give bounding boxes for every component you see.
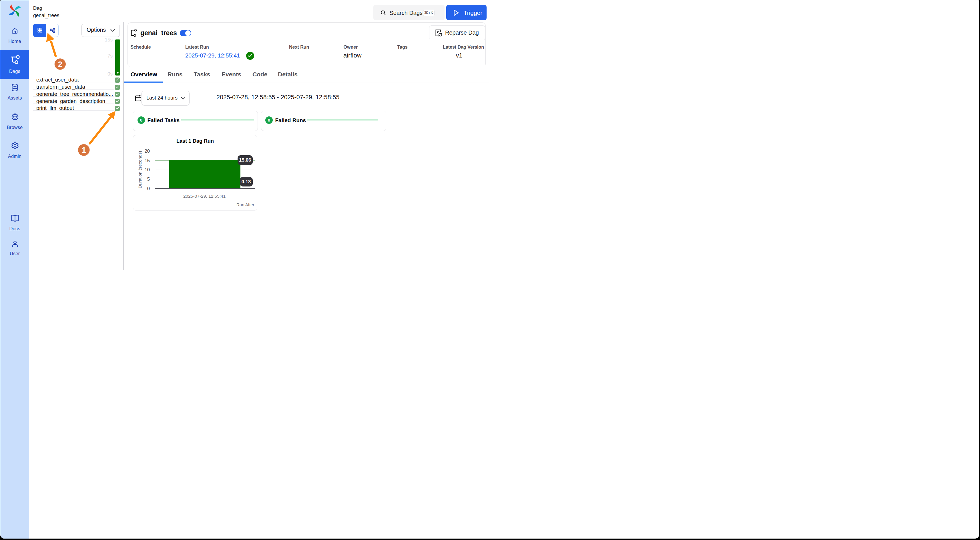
svg-text:1: 1 — [81, 146, 86, 155]
svg-text:2: 2 — [58, 60, 63, 68]
